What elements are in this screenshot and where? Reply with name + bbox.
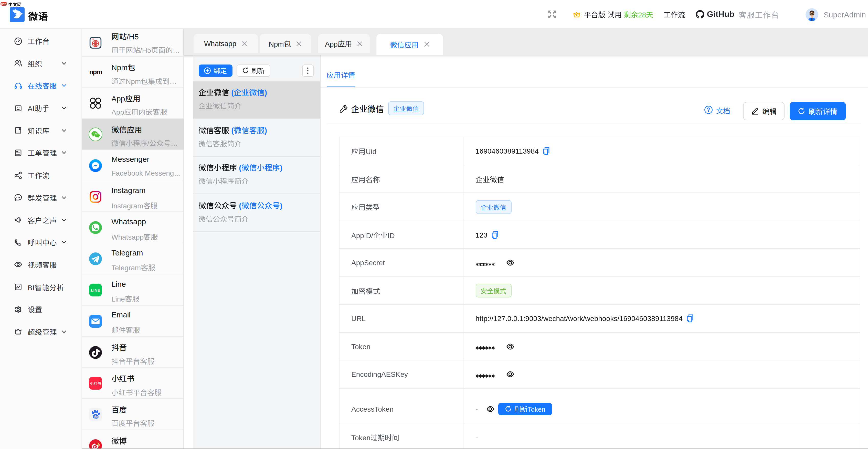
svg-text:LINE: LINE	[91, 288, 100, 292]
svg-text:npm: npm	[89, 69, 102, 75]
svg-text:du: du	[93, 415, 97, 418]
svg-text:小红书: 小红书	[89, 381, 101, 386]
